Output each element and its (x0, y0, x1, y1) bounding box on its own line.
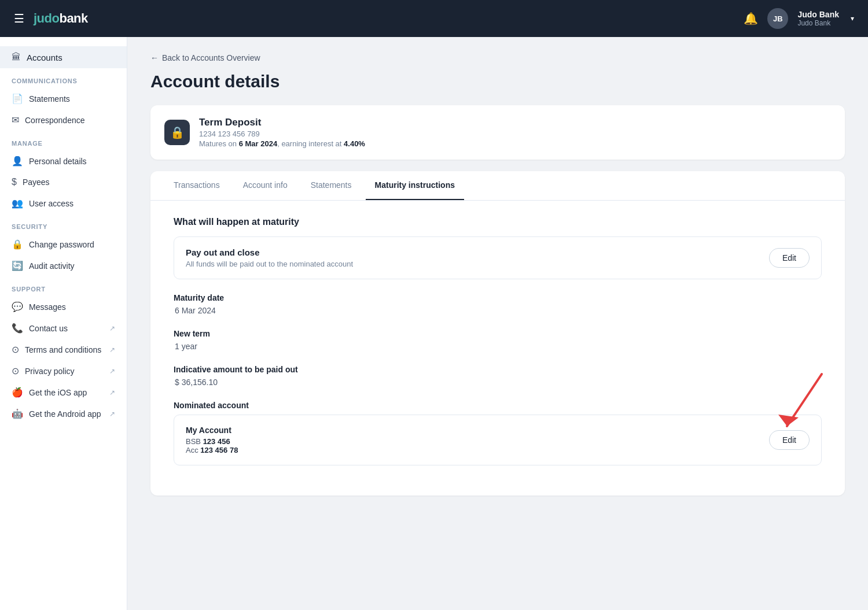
nominated-bsb: BSB 123 456 (186, 437, 238, 446)
maturity-date-label: Maturity date (174, 293, 822, 302)
section-label-security: SECURITY (0, 214, 127, 234)
sidebar-item-privacy[interactable]: ⊙ Privacy policy ↗ (0, 360, 127, 382)
sidebar-item-payees[interactable]: $ Payees (0, 172, 127, 193)
sidebar-section-security: SECURITY 🔒 Change password 🔄 Audit activ… (0, 214, 127, 276)
chevron-down-icon[interactable]: ▾ (851, 14, 854, 23)
user-sub: Judo Bank (797, 19, 839, 27)
logo: judobank (34, 11, 88, 26)
sidebar-item-accounts[interactable]: 🏛 Accounts (0, 46, 127, 68)
notification-bell-icon[interactable]: 🔔 (744, 12, 758, 25)
audit-activity-icon: 🔄 (12, 260, 23, 271)
indicative-value: $ 36,156.10 (175, 378, 822, 387)
payees-label: Payees (23, 178, 115, 187)
maturity-date-value: 6 Mar 2024 (175, 306, 822, 315)
android-app-label: Get the Android app (29, 409, 104, 419)
back-arrow-icon: ← (150, 53, 159, 62)
external-link-icon: ↗ (109, 324, 115, 332)
tabs-navigation: Transactions Account info Statements Mat… (150, 171, 845, 201)
top-navigation: ☰ judobank 🔔 JB Judo Bank Judo Bank ▾ (0, 0, 868, 37)
nominated-account-label: Nominated account (174, 401, 822, 410)
payout-info-card: Pay out and close All funds will be paid… (174, 236, 822, 279)
sidebar: 🏛 Accounts COMMUNICATIONS 📄 Statements ✉… (0, 37, 127, 610)
section-label-communications: COMMUNICATIONS (0, 68, 127, 88)
interest-rate: 4.40% (344, 139, 365, 148)
tab-statements[interactable]: Statements (301, 171, 361, 200)
sidebar-section-manage: MANAGE 👤 Personal details $ Payees 👥 Use… (0, 131, 127, 214)
audit-activity-label: Audit activity (29, 261, 115, 271)
change-password-label: Change password (29, 240, 115, 249)
page-title: Account details (150, 72, 845, 91)
main-content: ← Back to Accounts Overview Account deta… (127, 37, 868, 610)
sidebar-item-user-access[interactable]: 👥 User access (0, 193, 127, 214)
payout-title: Pay out and close (186, 247, 353, 257)
ios-app-label: Get the iOS app (29, 388, 104, 397)
user-access-label: User access (29, 199, 115, 208)
privacy-icon: ⊙ (12, 365, 19, 376)
sidebar-item-ios-app[interactable]: 🍎 Get the iOS app ↗ (0, 382, 127, 403)
user-info: Judo Bank Judo Bank (797, 10, 839, 28)
sidebar-item-audit-activity[interactable]: 🔄 Audit activity (0, 255, 127, 276)
hamburger-icon[interactable]: ☰ (14, 12, 24, 25)
messages-icon: 💬 (12, 301, 23, 312)
avatar[interactable]: JB (767, 8, 788, 29)
ios-app-icon: 🍎 (12, 387, 23, 398)
maturity-date-row: Maturity date 6 Mar 2024 (174, 293, 822, 315)
indicative-label: Indicative amount to be paid out (174, 365, 822, 374)
statements-label: Statements (29, 94, 115, 103)
sidebar-item-terms[interactable]: ⊙ Terms and conditions ↗ (0, 339, 127, 360)
tab-account-info[interactable]: Account info (234, 171, 297, 200)
sidebar-item-statements[interactable]: 📄 Statements (0, 88, 127, 109)
personal-details-label: Personal details (29, 157, 115, 166)
nominated-account-card: My Account BSB 123 456 Acc 123 456 78 Ed… (174, 415, 822, 465)
change-password-icon: 🔒 (12, 239, 23, 250)
external-link-icon-privacy: ↗ (109, 367, 115, 375)
edit-payout-button[interactable]: Edit (769, 248, 810, 268)
account-type-icon: 🔒 (164, 120, 190, 145)
sidebar-accounts-label: Accounts (27, 53, 62, 62)
contact-us-icon: 📞 (12, 323, 23, 334)
sidebar-item-correspondence[interactable]: ✉ Correspondence (0, 109, 127, 131)
sidebar-item-messages[interactable]: 💬 Messages (0, 296, 127, 317)
external-link-icon-ios: ↗ (109, 389, 115, 397)
terms-icon: ⊙ (12, 344, 19, 355)
personal-details-icon: 👤 (12, 156, 23, 167)
sidebar-item-personal-details[interactable]: 👤 Personal details (0, 150, 127, 172)
messages-label: Messages (29, 302, 115, 312)
terms-label: Terms and conditions (25, 345, 104, 354)
statements-icon: 📄 (12, 93, 23, 104)
tabs-card: Transactions Account info Statements Mat… (150, 171, 845, 496)
sidebar-item-contact-us[interactable]: 📞 Contact us ↗ (0, 317, 127, 339)
section-label-support: SUPPORT (0, 276, 127, 296)
nominated-account-name: My Account (186, 426, 238, 435)
new-term-row: New term 1 year (174, 329, 822, 351)
external-link-icon-android: ↗ (109, 410, 115, 418)
payees-icon: $ (12, 177, 17, 187)
payout-subtitle: All funds will be paid out to the nomina… (186, 260, 353, 268)
back-link[interactable]: ← Back to Accounts Overview (150, 53, 845, 62)
new-term-label: New term (174, 329, 822, 338)
account-maturity: Matures on 6 Mar 2024, earning interest … (199, 139, 365, 148)
user-name: Judo Bank (797, 10, 839, 20)
section-label-manage: MANAGE (0, 131, 127, 150)
correspondence-label: Correspondence (25, 116, 115, 125)
edit-nominated-button[interactable]: Edit (769, 430, 810, 450)
sidebar-section-support: SUPPORT 💬 Messages 📞 Contact us ↗ ⊙ Term… (0, 276, 127, 424)
nominated-acc: Acc 123 456 78 (186, 446, 238, 454)
account-summary-card: 🔒 Term Deposit 1234 123 456 789 Matures … (150, 105, 845, 160)
indicative-amount-row: Indicative amount to be paid out $ 36,15… (174, 365, 822, 387)
accounts-icon: 🏛 (12, 52, 21, 62)
nominated-account-container: My Account BSB 123 456 Acc 123 456 78 Ed… (174, 415, 822, 465)
privacy-label: Privacy policy (25, 367, 104, 376)
new-term-value: 1 year (175, 342, 822, 351)
account-name: Term Deposit (199, 117, 365, 128)
tab-transactions[interactable]: Transactions (164, 171, 229, 200)
tab-maturity-instructions[interactable]: Maturity instructions (366, 171, 464, 200)
sidebar-item-change-password[interactable]: 🔒 Change password (0, 234, 127, 255)
account-info: Term Deposit 1234 123 456 789 Matures on… (199, 117, 365, 148)
sidebar-item-android-app[interactable]: 🤖 Get the Android app ↗ (0, 403, 127, 424)
maturity-section-heading: What will happen at maturity (174, 217, 822, 227)
contact-us-label: Contact us (29, 324, 104, 333)
external-link-icon-terms: ↗ (109, 346, 115, 354)
account-number: 1234 123 456 789 (199, 130, 365, 138)
android-app-icon: 🤖 (12, 408, 23, 419)
